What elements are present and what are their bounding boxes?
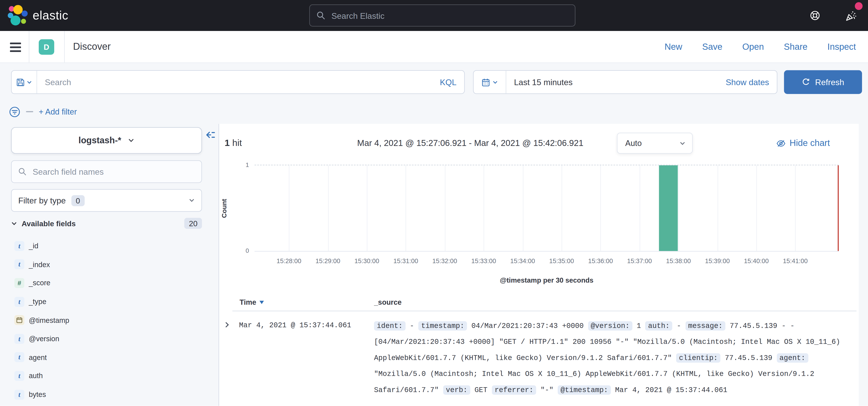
chart-gridline <box>445 165 445 251</box>
x-axis-tick-label: 15:36:00 <box>581 258 620 264</box>
source-field-name: timestamp: <box>418 321 467 331</box>
table-header-divider <box>232 311 857 311</box>
x-axis-tick-label: 15:33:00 <box>464 258 503 264</box>
x-axis-tick-label: 15:30:00 <box>347 258 386 264</box>
x-axis-tick-label: 15:28:00 <box>270 258 308 264</box>
chart-gridline <box>756 165 757 251</box>
x-axis-tick-label: 15:35:00 <box>542 258 581 264</box>
chart-gridline <box>795 165 796 251</box>
source-field-name: @version: <box>588 321 632 331</box>
row-timestamp: Mar 4, 2021 @ 15:37:44.061 <box>239 321 351 330</box>
chart-gridline <box>289 165 289 251</box>
source-cell: ident: - timestamp: 04/Mar/2021:20:37:43… <box>374 318 843 398</box>
source-field-name: auth: <box>645 321 673 331</box>
chart-gridline <box>367 165 368 251</box>
x-axis-tick-label: 15:41:00 <box>776 258 815 264</box>
chart-gridline <box>562 165 562 251</box>
chart-gridline <box>600 165 601 251</box>
chart-gridline <box>328 165 329 251</box>
x-axis-line <box>254 251 839 252</box>
current-time-marker <box>837 165 839 251</box>
x-axis-tick-label: 15:34:00 <box>503 258 542 264</box>
chart-gridline <box>640 165 640 251</box>
expand-row-icon[interactable] <box>223 321 231 329</box>
histogram-bar[interactable] <box>659 165 678 251</box>
source-column-header: _source <box>374 298 402 306</box>
x-axis-tick-label: 15:39:00 <box>698 258 737 264</box>
y-axis-title: Count <box>219 165 229 251</box>
x-axis-tick-label: 15:31:00 <box>386 258 425 264</box>
chart-gridline <box>717 165 718 251</box>
source-field-name: clientip: <box>676 353 721 363</box>
x-axis-tick-label: 15:32:00 <box>425 258 464 264</box>
y-axis-tick-label: 0 <box>231 247 249 254</box>
kibana-discover-page: elastic D Discover NewSaveOpenShareInspe… <box>0 0 868 406</box>
source-field-name: @timestamp: <box>558 385 611 395</box>
x-axis-tick-label: 15:38:00 <box>659 258 698 264</box>
chart-gridline <box>678 165 679 251</box>
source-field-name: referrer: <box>492 385 536 395</box>
x-axis-title: @timestamp per 30 seconds <box>254 276 839 284</box>
chart-gridline <box>523 165 523 251</box>
gridline-dashed <box>254 165 839 165</box>
sort-desc-icon <box>259 301 264 304</box>
x-axis-tick-label: 15:40:00 <box>737 258 776 264</box>
source-field-name: verb: <box>443 385 470 395</box>
x-axis-tick-label: 15:29:00 <box>309 258 347 264</box>
time-column-header[interactable]: Time <box>240 298 264 306</box>
x-axis-tick-label: 15:37:00 <box>620 258 659 264</box>
source-field-name: agent: <box>777 353 808 363</box>
source-field-name: ident: <box>374 321 405 331</box>
source-field-name: message: <box>685 321 725 331</box>
chart-gridline <box>406 165 406 251</box>
y-axis-tick-label: 1 <box>231 162 249 168</box>
chart-gridline <box>484 165 484 251</box>
